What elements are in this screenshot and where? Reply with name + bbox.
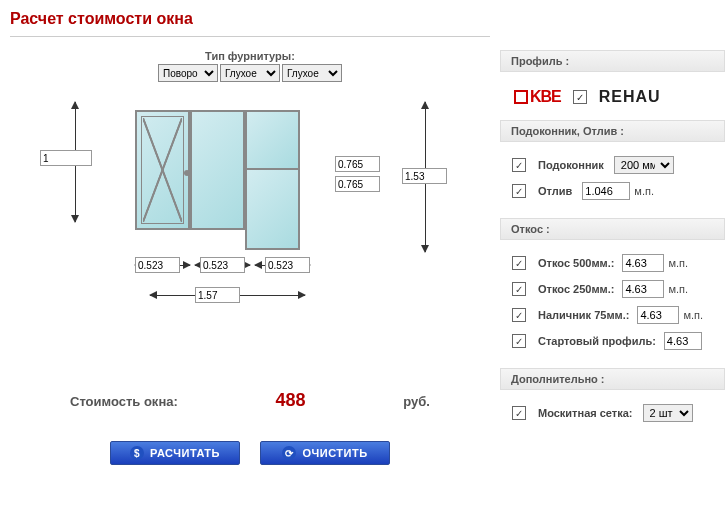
window-diagram (0, 90, 460, 350)
pane-2 (190, 110, 245, 230)
page-title: Расчет стоимости окна (0, 0, 725, 36)
rehau-logo: REHAU (599, 88, 661, 106)
row-ebb: ✓ Отлив м.п. (500, 178, 725, 204)
slope500-checkbox[interactable]: ✓ (512, 256, 526, 270)
casing-unit: м.п. (683, 309, 703, 321)
sill-checkbox[interactable]: ✓ (512, 158, 526, 172)
slope250-checkbox[interactable]: ✓ (512, 282, 526, 296)
furniture-label: Тип фурнитуры: (0, 50, 500, 62)
sill-label: Подоконник (538, 159, 604, 171)
height-left-input[interactable] (40, 150, 92, 166)
mesh-label: Москитная сетка: (538, 407, 633, 419)
furniture-select-1[interactable]: Поворо (158, 64, 218, 82)
right-panel: Профиль : KBE ✓ REHAU Подоконник, Отлив … (500, 50, 725, 426)
clear-label: ОЧИСТИТЬ (302, 447, 367, 459)
price-row: Стоимость окна: 488 руб. (70, 390, 430, 411)
casing-input[interactable] (637, 306, 679, 324)
ebb-checkbox[interactable]: ✓ (512, 184, 526, 198)
casing-checkbox[interactable]: ✓ (512, 308, 526, 322)
furniture-select-2[interactable]: Глухое (220, 64, 280, 82)
section-sill: Подоконник, Отлив : (500, 120, 725, 142)
kbe-logo: KBE (514, 88, 561, 106)
sill-select[interactable]: 200 мм (614, 156, 674, 174)
price-value: 488 (276, 390, 306, 411)
calculate-label: РАСЧИТАТЬ (150, 447, 220, 459)
height-upper-input[interactable] (335, 156, 380, 172)
slope250-input[interactable] (622, 280, 664, 298)
ebb-unit: м.п. (634, 185, 654, 197)
row-startprofile: ✓ Стартовый профиль: (500, 328, 725, 354)
row-slope250: ✓ Откос 250мм.: м.п. (500, 276, 725, 302)
window-graphic (135, 110, 300, 250)
left-panel: Тип фурнитуры: Поворо Глухое Глухое (0, 50, 500, 510)
slope500-unit: м.п. (668, 257, 688, 269)
door-pane (245, 168, 300, 250)
slope250-unit: м.п. (668, 283, 688, 295)
ebb-input[interactable] (582, 182, 630, 200)
ebb-label: Отлив (538, 185, 572, 197)
profile-logos: KBE ✓ REHAU (500, 82, 725, 120)
dollar-icon: $ (130, 446, 144, 460)
w-total-input[interactable] (195, 287, 240, 303)
furniture-select-3[interactable]: Глухое (282, 64, 342, 82)
startprofile-checkbox[interactable]: ✓ (512, 334, 526, 348)
w3-input[interactable] (265, 257, 310, 273)
calculate-button[interactable]: $РАСЧИТАТЬ (110, 441, 240, 465)
price-unit: руб. (403, 394, 430, 409)
button-row: $РАСЧИТАТЬ ⟳ОЧИСТИТЬ (0, 441, 500, 465)
row-casing: ✓ Наличник 75мм.: м.п. (500, 302, 725, 328)
mesh-checkbox[interactable]: ✓ (512, 406, 526, 420)
w1-input[interactable] (135, 257, 180, 273)
clear-button[interactable]: ⟳ОЧИСТИТЬ (260, 441, 390, 465)
height-total-input[interactable] (402, 168, 447, 184)
pane-3 (245, 110, 300, 170)
section-profile: Профиль : (500, 50, 725, 72)
kbe-checkbox[interactable]: ✓ (573, 90, 587, 104)
w2-input[interactable] (200, 257, 245, 273)
mesh-select[interactable]: 2 шт (643, 404, 693, 422)
refresh-icon: ⟳ (282, 446, 296, 460)
casing-label: Наличник 75мм.: (538, 309, 629, 321)
pane-1 (135, 110, 190, 230)
height-lower-input[interactable] (335, 176, 380, 192)
price-label: Стоимость окна: (70, 394, 178, 409)
row-mesh: ✓ Москитная сетка: 2 шт (500, 400, 725, 426)
section-slope: Откос : (500, 218, 725, 240)
section-extra: Дополнительно : (500, 368, 725, 390)
furniture-selects: Поворо Глухое Глухое (0, 64, 500, 82)
divider (10, 36, 490, 37)
startprofile-input[interactable] (664, 332, 702, 350)
row-sill: ✓ Подоконник 200 мм (500, 152, 725, 178)
startprofile-label: Стартовый профиль: (538, 335, 656, 347)
row-slope500: ✓ Откос 500мм.: м.п. (500, 250, 725, 276)
slope250-label: Откос 250мм.: (538, 283, 614, 295)
slope500-label: Откос 500мм.: (538, 257, 614, 269)
slope500-input[interactable] (622, 254, 664, 272)
